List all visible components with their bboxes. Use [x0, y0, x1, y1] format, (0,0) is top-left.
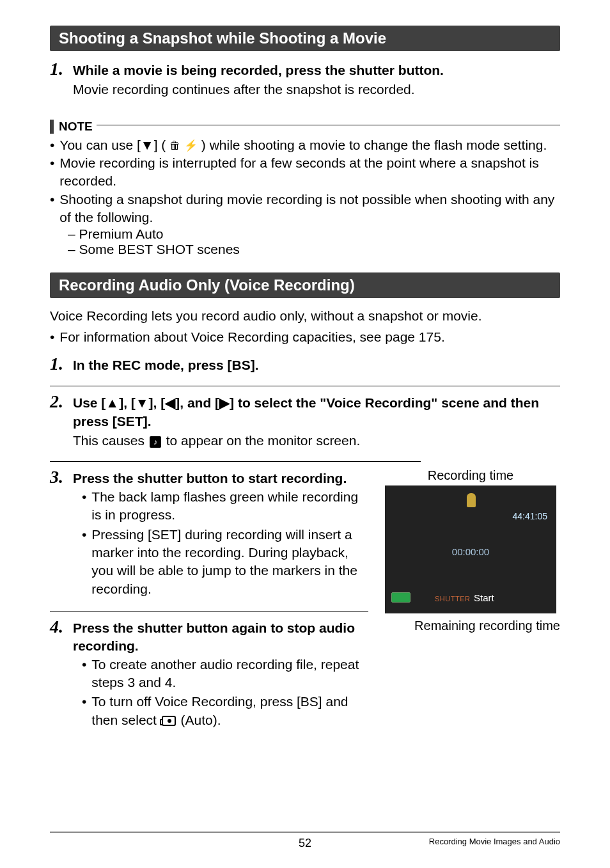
auto-mode-icon [162, 716, 176, 726]
step3-bullet-1: The back lamp flashes green while record… [82, 488, 368, 525]
battery-icon [391, 592, 411, 603]
page-footer: 52 Recording Movie Images and Audio [50, 832, 560, 846]
s2-step3: 3. Press the shutter button to start rec… [50, 468, 368, 604]
step3-bullet-2: Pressing [SET] during recording will ins… [82, 526, 368, 598]
step-title: While a movie is being recorded, press t… [73, 61, 560, 79]
step-title: Press the shutter button again to stop a… [73, 619, 368, 656]
flash-icon: ⚡ [184, 139, 198, 152]
intro-1: Voice Recording lets you record audio on… [50, 307, 560, 325]
note-dash-2: Some BEST SHOT scenes [68, 242, 560, 257]
shutter-label: SHUTTER [435, 595, 470, 603]
start-label: Start [474, 592, 494, 603]
note-label: NOTE [50, 120, 93, 134]
section-heading-2: Recording Audio Only (Voice Recording) [50, 272, 560, 298]
s2-step2: 2. Use [▲], [▼], [◀], and [▶] to select … [50, 393, 560, 455]
note-dash-1: Premium Auto [68, 226, 560, 242]
section-heading-1: Shooting a Snapshot while Shooting a Mov… [50, 26, 560, 51]
step-title: Use [▲], [▼], [◀], and [▶] to select the… [73, 394, 560, 430]
step-number: 1. [50, 355, 66, 373]
note-rule [97, 125, 560, 125]
step-subtext: This causes ♪ to appear on the monitor s… [73, 432, 560, 450]
voice-recording-icon: ♪ [150, 436, 161, 448]
divider [50, 386, 560, 386]
note-bullet-3: Shooting a snapshot during movie recordi… [50, 191, 560, 227]
note-bullet-2: Movie recording is interrupted for a few… [50, 154, 560, 191]
divider [50, 461, 421, 462]
caption-remaining-time: Remaining recording time [381, 619, 560, 633]
step-number: 1. [50, 60, 66, 78]
elapsed-time-value: 00:00:00 [385, 546, 556, 557]
remaining-time-value: 44:41:05 [513, 511, 548, 521]
step4-bullet-1: To create another audio recording file, … [82, 656, 368, 692]
s2-step4: 4. Press the shutter button again to sto… [50, 618, 368, 736]
trash-icon: 🗑 [169, 139, 180, 152]
s1-step1: 1. While a movie is being recorded, pres… [50, 60, 560, 104]
step-title: Press the shutter button to start record… [73, 470, 368, 487]
step-number: 3. [50, 468, 66, 486]
page-number: 52 [50, 837, 560, 850]
caption-recording-time: Recording time [381, 468, 560, 483]
step4-bullet-2: To turn off Voice Recording, press [BS] … [82, 693, 368, 729]
step-number: 2. [50, 393, 66, 411]
s2-step1: 1. In the REC mode, press [BS]. [50, 355, 560, 379]
mic-icon [467, 493, 476, 507]
note-bullet-1: You can use [▼] ( 🗑 ⚡ ) while shooting a… [50, 136, 560, 154]
intro-bullet: For information about Voice Recording ca… [50, 328, 560, 346]
step-subtext: Movie recording continues after the snap… [73, 81, 560, 99]
divider [50, 611, 368, 612]
step-title: In the REC mode, press [BS]. [73, 356, 560, 374]
step-number: 4. [50, 618, 66, 636]
camera-screen: 44:41:05 00:00:00 SHUTTER Start [385, 485, 556, 613]
